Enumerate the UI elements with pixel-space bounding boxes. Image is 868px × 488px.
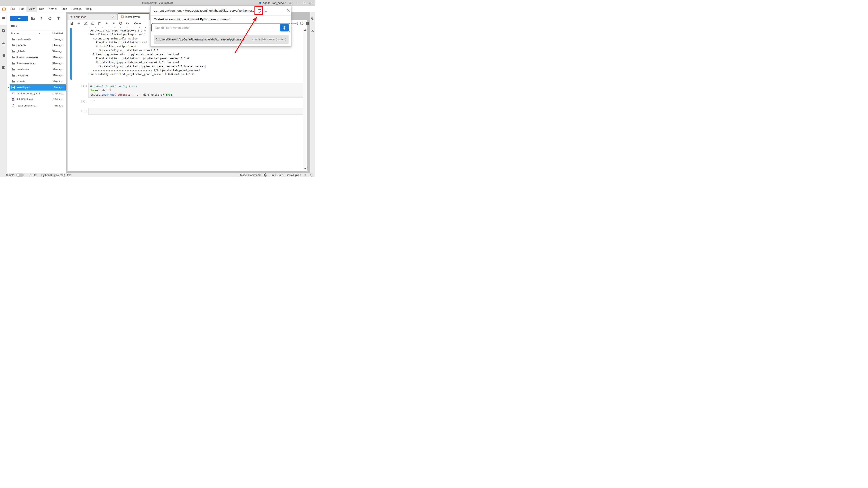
new-launcher-button[interactable] (10, 16, 28, 21)
file-row[interactable]: notebooks 32m ago (10, 66, 66, 72)
simple-mode-toggle[interactable] (17, 173, 24, 176)
kernel-indicator-group: ernel) (291, 20, 309, 27)
file-list: dashboards 5m ago defaults 19m ago globa… (10, 36, 66, 108)
file-name: install.ipynb (17, 86, 31, 89)
menu-kernel[interactable]: Kernel (46, 6, 59, 12)
env-settings-button[interactable] (280, 24, 289, 31)
file-modified: 32m ago (52, 56, 66, 59)
menu-view[interactable]: View (26, 6, 37, 12)
folder-icon (11, 80, 15, 83)
menu-tabs[interactable]: Tabs (59, 6, 69, 12)
folder-icon (11, 50, 15, 53)
tab-install-ipynb[interactable]: install.ipynb (118, 13, 149, 20)
stop-kernel-button[interactable] (112, 22, 116, 25)
upload-icon[interactable] (39, 17, 43, 20)
extension-manager-icon[interactable] (1, 66, 5, 70)
file-modified: 29d ago (53, 98, 66, 101)
filter-files-icon[interactable] (57, 17, 60, 20)
file-row[interactable]: defaults 19m ago (10, 42, 66, 48)
trust-shield-icon[interactable] (264, 173, 267, 177)
file-modified: 32m ago (52, 68, 66, 71)
file-row[interactable]: globals 32m ago (10, 48, 66, 54)
file-row-selected[interactable]: install.ipynb 1m ago (10, 85, 66, 91)
menu-edit[interactable]: Edit (17, 6, 26, 12)
file-modified: 5m ago (54, 38, 66, 41)
close-dialog-icon[interactable] (286, 8, 291, 12)
running-sessions-icon[interactable] (1, 29, 5, 33)
status-filename: install.ipynb (287, 173, 301, 176)
copy-path-icon[interactable] (264, 8, 268, 13)
refresh-file-browser-icon[interactable] (48, 17, 52, 20)
property-inspector-icon[interactable] (311, 17, 315, 21)
python-env-list-item[interactable]: C:\Users\Sharon\AppData\Roaming\kahulab\… (154, 35, 288, 44)
file-row[interactable]: ilumr-courseware 32m ago (10, 54, 66, 61)
debugger-icon[interactable] (311, 29, 315, 33)
file-row[interactable]: ilumr-resources 32m ago (10, 60, 66, 66)
notification-count[interactable]: 0 (305, 173, 306, 176)
file-row[interactable]: dashboards 5m ago (10, 36, 66, 42)
cell-collapser[interactable] (70, 28, 72, 80)
kernel-status-label[interactable]: Python 3 (ipykernel) | Idle (41, 173, 71, 176)
empty-code-cell[interactable] (88, 108, 305, 115)
copy-cells-button[interactable] (91, 22, 95, 25)
column-divider (45, 31, 45, 35)
kernel-chip-icon[interactable] (34, 173, 37, 177)
current-environment-label: Current environment: ~\AppData\Roaming\k… (154, 9, 254, 12)
terminals-count[interactable]: 1 (30, 173, 32, 176)
breadcrumb-root: / (16, 24, 17, 28)
file-name: programs (17, 74, 28, 77)
yaml-file-icon: Y: (11, 92, 15, 95)
cell-type-dropdown[interactable]: Code (134, 22, 141, 25)
column-name[interactable]: Name (10, 32, 19, 35)
status-bar: Simple 1 Python 3 (ipykernel) | Idle Mod… (0, 173, 315, 177)
table-of-contents-icon[interactable] (1, 54, 5, 58)
notebook-scrollbar[interactable] (303, 27, 307, 171)
tab-launcher[interactable]: Launcher (67, 14, 117, 20)
add-cell-button[interactable] (77, 22, 81, 25)
paste-cells-button[interactable] (98, 22, 102, 25)
notebook-icon (121, 15, 124, 19)
column-modified[interactable]: Modified (52, 32, 66, 35)
close-tab-icon[interactable] (112, 16, 115, 18)
notebook-menu-icon[interactable] (306, 22, 309, 25)
menu-help[interactable]: Help (84, 6, 94, 12)
menu-file[interactable]: File (8, 6, 17, 12)
restart-refresh-icon[interactable] (256, 8, 262, 14)
save-button[interactable] (70, 22, 74, 25)
menu-settings[interactable]: Settings (69, 6, 84, 12)
dashboards-icon[interactable] (1, 41, 5, 45)
file-row[interactable]: programs 32m ago (10, 72, 66, 78)
restart-kernel-button[interactable] (119, 22, 123, 25)
menu-run[interactable]: Run (37, 6, 46, 12)
file-name: globals (17, 50, 25, 53)
python-path-filter-input[interactable] (151, 23, 290, 32)
folder-icon (11, 43, 15, 47)
file-browser-panel: / Name Modified dashboards 5m ago defaul… (7, 12, 66, 173)
maximize-button[interactable] (301, 0, 307, 6)
file-name: README.md (17, 98, 33, 101)
title-menu-icon[interactable] (288, 1, 292, 5)
file-row[interactable]: requirements.txt 4h ago (10, 103, 66, 109)
minimize-button[interactable] (295, 0, 301, 6)
env-current-badge: conda: jlab_server (current) (252, 38, 286, 41)
new-folder-icon[interactable] (31, 17, 35, 20)
file-row[interactable]: M README.md 29d ago (10, 96, 66, 103)
dialog-divider (151, 15, 291, 16)
breadcrumb[interactable]: / (11, 24, 17, 28)
scroll-up-icon[interactable] (304, 29, 306, 31)
file-browser-icon[interactable] (1, 16, 5, 20)
close-window-button[interactable] (307, 0, 313, 6)
scroll-down-icon[interactable] (304, 168, 306, 169)
kernel-status-icon[interactable] (300, 22, 304, 25)
cursor-position[interactable]: Ln 1, Col 1 (271, 173, 284, 176)
conda-server-icon (258, 1, 262, 5)
bell-icon[interactable] (309, 173, 313, 177)
run-cell-button[interactable] (105, 22, 108, 25)
cut-cells-button[interactable] (84, 22, 88, 25)
tab-label: Launcher (74, 15, 86, 19)
file-row[interactable]: Y: matipo-config.yaml 29d ago (10, 91, 66, 97)
command-mode-label[interactable]: Mode: Command (240, 173, 260, 176)
restart-run-all-button[interactable] (126, 22, 129, 25)
file-row[interactable]: wheels 32m ago (10, 78, 66, 85)
code-cell-source[interactable]: #install default config files import shu… (90, 84, 174, 97)
